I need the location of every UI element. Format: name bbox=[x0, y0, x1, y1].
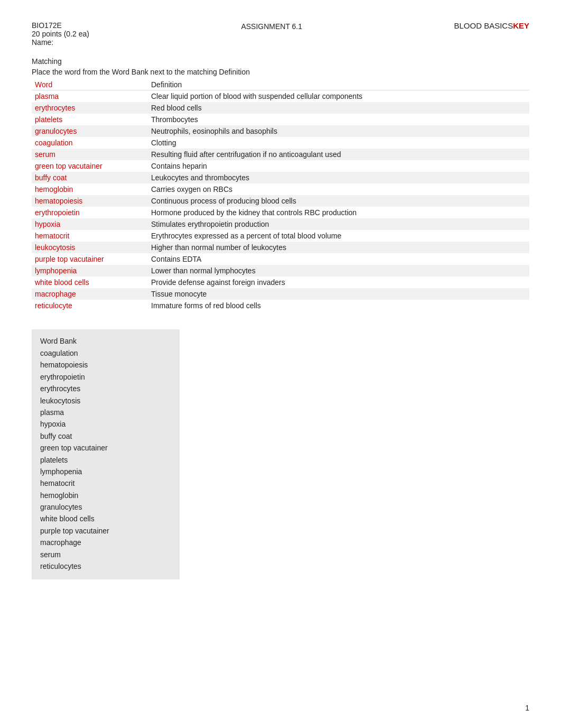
definition-cell: Resulting fluid after centrifugation if … bbox=[148, 149, 529, 160]
col-header-def: Definition bbox=[148, 79, 529, 90]
definition-cell: Clear liquid portion of blood with suspe… bbox=[148, 90, 529, 103]
table-row: green top vacutainerContains heparin bbox=[32, 160, 529, 172]
header-center: ASSIGNMENT 6.1 bbox=[89, 21, 454, 31]
word-bank-item: granulocytes bbox=[40, 501, 171, 513]
title-plain: BLOOD BASICS bbox=[454, 21, 513, 30]
word-cell: granulocytes bbox=[32, 125, 148, 137]
word-cell: lymphopenia bbox=[32, 265, 148, 277]
definition-cell: Carries oxygen on RBCs bbox=[148, 183, 529, 195]
word-cell: buffy coat bbox=[32, 172, 148, 183]
word-bank-item: white blood cells bbox=[40, 513, 171, 524]
table-row: white blood cellsProvide defense against… bbox=[32, 277, 529, 288]
page-header: BIO172E 20 points (0.2 ea) Name: ASSIGNM… bbox=[32, 21, 529, 47]
definition-cell: Contains heparin bbox=[148, 160, 529, 172]
col-header-word: Word bbox=[32, 79, 148, 90]
word-cell: green top vacutainer bbox=[32, 160, 148, 172]
word-cell: coagulation bbox=[32, 137, 148, 149]
word-bank-box: Word Bank coagulationhematopoiesiserythr… bbox=[32, 329, 180, 579]
definition-cell: Erythrocytes expressed as a percent of t… bbox=[148, 230, 529, 242]
table-row: hemoglobinCarries oxygen on RBCs bbox=[32, 183, 529, 195]
word-cell: hemoglobin bbox=[32, 183, 148, 195]
word-cell: plasma bbox=[32, 90, 148, 103]
matching-table: Word Definition plasmaClear liquid porti… bbox=[32, 79, 529, 311]
table-row: granulocytesNeutrophils, eosinophils and… bbox=[32, 125, 529, 137]
word-cell: hematopoiesis bbox=[32, 195, 148, 207]
course-code: BIO172E bbox=[32, 21, 89, 30]
definition-cell: Neutrophils, eosinophils and basophils bbox=[148, 125, 529, 137]
definition-cell: Thrombocytes bbox=[148, 114, 529, 125]
word-bank-item: buffy coat bbox=[40, 430, 171, 442]
table-row: erythropoietinHormone produced by the ki… bbox=[32, 207, 529, 218]
definition-cell: Contains EDTA bbox=[148, 253, 529, 265]
table-row: plateletsThrombocytes bbox=[32, 114, 529, 125]
word-bank-item: leukocytosis bbox=[40, 395, 171, 407]
definition-cell: Continuous process of producing blood ce… bbox=[148, 195, 529, 207]
table-row: serumResulting fluid after centrifugatio… bbox=[32, 149, 529, 160]
definition-cell: Higher than normal number of leukocytes bbox=[148, 242, 529, 253]
table-row: reticulocyteImmature forms of red blood … bbox=[32, 300, 529, 311]
definition-cell: Provide defense against foreign invaders bbox=[148, 277, 529, 288]
table-row: hematocritErythrocytes expressed as a pe… bbox=[32, 230, 529, 242]
word-bank-item: green top vacutainer bbox=[40, 442, 171, 454]
word-bank-item: hematopoiesis bbox=[40, 359, 171, 371]
points: 20 points (0.2 ea) bbox=[32, 30, 89, 38]
word-bank-item: lymphopenia bbox=[40, 466, 171, 477]
definition-cell: Tissue monocyte bbox=[148, 288, 529, 300]
table-row: macrophageTissue monocyte bbox=[32, 288, 529, 300]
definition-cell: Clotting bbox=[148, 137, 529, 149]
word-cell: leukocytosis bbox=[32, 242, 148, 253]
table-row: leukocytosisHigher than normal number of… bbox=[32, 242, 529, 253]
word-bank-item: coagulation bbox=[40, 347, 171, 359]
definition-cell: Lower than normal lymphocytes bbox=[148, 265, 529, 277]
header-right: BLOOD BASICSKEY bbox=[454, 21, 529, 30]
definition-cell: Hormone produced by the kidney that cont… bbox=[148, 207, 529, 218]
word-cell: purple top vacutainer bbox=[32, 253, 148, 265]
table-row: coagulationClotting bbox=[32, 137, 529, 149]
word-bank-item: hematocrit bbox=[40, 477, 171, 489]
table-row: hematopoiesisContinuous process of produ… bbox=[32, 195, 529, 207]
table-row: hypoxiaStimulates erythropoietin product… bbox=[32, 218, 529, 230]
title-red: KEY bbox=[513, 21, 529, 30]
word-cell: hematocrit bbox=[32, 230, 148, 242]
word-cell: hypoxia bbox=[32, 218, 148, 230]
header-left: BIO172E 20 points (0.2 ea) Name: bbox=[32, 21, 89, 47]
word-bank-item: hypoxia bbox=[40, 418, 171, 430]
page-number: 1 bbox=[525, 704, 529, 712]
word-bank-item: serum bbox=[40, 549, 171, 560]
word-cell: macrophage bbox=[32, 288, 148, 300]
table-row: erythrocytesRed blood cells bbox=[32, 102, 529, 114]
word-cell: reticulocyte bbox=[32, 300, 148, 311]
word-bank-list: coagulationhematopoiesiserythropoietiner… bbox=[40, 347, 171, 572]
word-cell: erythrocytes bbox=[32, 102, 148, 114]
instruction-text: Place the word from the Word Bank next t… bbox=[32, 68, 529, 76]
word-bank-item: hemoglobin bbox=[40, 490, 171, 501]
table-row: purple top vacutainerContains EDTA bbox=[32, 253, 529, 265]
word-bank-title: Word Bank bbox=[40, 337, 171, 345]
word-bank-item: erythropoietin bbox=[40, 371, 171, 383]
assignment-label: ASSIGNMENT 6.1 bbox=[241, 22, 302, 31]
word-bank-item: purple top vacutainer bbox=[40, 525, 171, 537]
word-cell: platelets bbox=[32, 114, 148, 125]
word-cell: serum bbox=[32, 149, 148, 160]
table-row: plasmaClear liquid portion of blood with… bbox=[32, 90, 529, 103]
word-cell: white blood cells bbox=[32, 277, 148, 288]
definition-cell: Red blood cells bbox=[148, 102, 529, 114]
word-bank-item: reticulocytes bbox=[40, 560, 171, 572]
table-row: lymphopeniaLower than normal lymphocytes bbox=[32, 265, 529, 277]
word-bank-item: erythrocytes bbox=[40, 383, 171, 394]
definition-cell: Leukocytes and thrombocytes bbox=[148, 172, 529, 183]
definition-cell: Stimulates erythropoietin production bbox=[148, 218, 529, 230]
definition-cell: Immature forms of red blood cells bbox=[148, 300, 529, 311]
word-cell: erythropoietin bbox=[32, 207, 148, 218]
section-matching-title: Matching bbox=[32, 57, 529, 66]
name-label: Name: bbox=[32, 38, 89, 47]
table-row: buffy coatLeukocytes and thrombocytes bbox=[32, 172, 529, 183]
word-bank-item: macrophage bbox=[40, 537, 171, 548]
word-bank-item: plasma bbox=[40, 407, 171, 418]
word-bank-item: platelets bbox=[40, 454, 171, 466]
